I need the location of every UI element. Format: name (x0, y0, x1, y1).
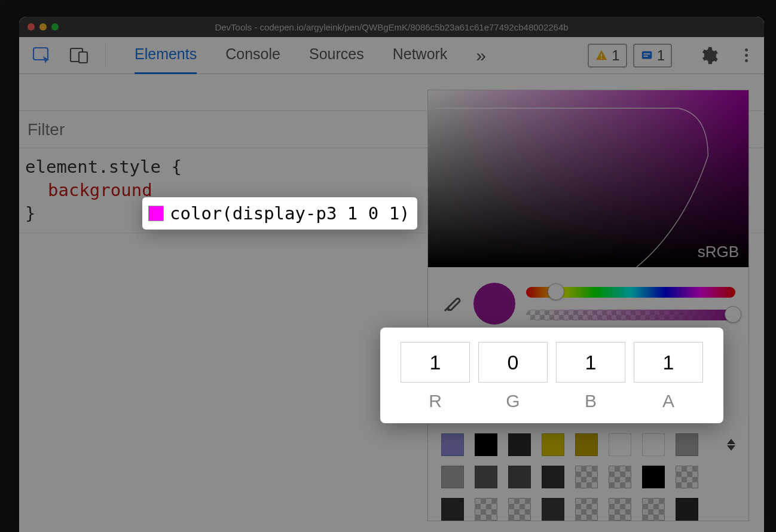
svg-rect-7 (643, 56, 647, 57)
minimize-window-button[interactable] (39, 23, 47, 30)
warnings-badge[interactable]: 1 (588, 44, 627, 68)
palette-swatch[interactable] (542, 433, 564, 456)
warnings-count: 1 (612, 47, 619, 64)
palette-swatch[interactable] (642, 466, 665, 488)
palette-swatch[interactable] (441, 466, 464, 488)
palette-swatch[interactable] (642, 433, 665, 456)
palette-swatch[interactable] (542, 498, 564, 521)
channel-b-label: B (556, 391, 625, 411)
palette-swatch[interactable] (609, 466, 631, 488)
color-channel-inputs: R G B A (380, 328, 723, 423)
palette-swatch[interactable] (441, 498, 464, 521)
svg-rect-2 (79, 52, 87, 63)
hue-slider-thumb[interactable] (548, 283, 564, 300)
issues-badge[interactable]: 1 (633, 44, 672, 68)
palette-swatch[interactable] (508, 466, 531, 488)
window-controls (28, 23, 59, 30)
close-window-button[interactable] (28, 23, 35, 30)
svg-rect-4 (601, 57, 602, 59)
gamut-boundary-line (428, 90, 748, 267)
inspect-element-icon[interactable] (31, 44, 54, 67)
gamut-label: sRGB (698, 243, 739, 261)
palette-swatch[interactable] (676, 498, 698, 521)
color-value-text[interactable]: color(display-p3 1 0 1) (170, 203, 410, 224)
palette-swatch[interactable] (508, 498, 531, 521)
palette-swatch[interactable] (475, 466, 497, 488)
color-swatch-icon[interactable] (148, 206, 164, 221)
palette-swatch[interactable] (676, 433, 698, 456)
color-palette (428, 420, 748, 521)
palette-stepper[interactable] (727, 439, 735, 451)
device-toggle-icon[interactable] (68, 44, 91, 67)
settings-gear-icon[interactable] (698, 45, 719, 66)
channel-g-label: G (478, 391, 548, 411)
current-color-swatch (473, 283, 515, 325)
channel-a-label: A (634, 391, 703, 411)
issues-count: 1 (657, 47, 665, 64)
window-title: DevTools - codepen.io/argyleink/pen/QWBg… (59, 22, 725, 32)
issue-icon (640, 49, 653, 62)
color-picker-panel: sRGB (427, 90, 749, 521)
palette-swatch[interactable] (575, 498, 598, 521)
palette-row (441, 498, 735, 521)
status-badges: 1 1 (588, 44, 672, 68)
titlebar: DevTools - codepen.io/argyleink/pen/QWBg… (19, 17, 764, 37)
svg-rect-6 (643, 53, 650, 54)
tabs-overflow-button[interactable]: » (476, 37, 486, 74)
color-field[interactable]: sRGB (428, 90, 748, 267)
channel-b-input[interactable] (556, 342, 625, 383)
palette-swatch[interactable] (575, 433, 598, 456)
warning-icon (595, 49, 608, 62)
channel-r-input[interactable] (401, 342, 470, 383)
devtools-toolbar: Elements Console Sources Network » 1 1 (19, 37, 764, 74)
tab-console[interactable]: Console (225, 37, 280, 74)
palette-swatch[interactable] (575, 466, 598, 488)
eyedropper-icon[interactable] (441, 293, 463, 314)
tab-elements[interactable]: Elements (135, 37, 197, 74)
palette-swatch[interactable] (441, 433, 464, 456)
palette-swatch[interactable] (508, 433, 531, 456)
alpha-slider[interactable] (526, 310, 735, 320)
color-value-editor[interactable]: color(display-p3 1 0 1) (142, 197, 417, 230)
tab-network[interactable]: Network (393, 37, 448, 74)
css-property-name[interactable]: background (48, 180, 152, 200)
palette-swatch[interactable] (642, 498, 665, 521)
tab-sources[interactable]: Sources (309, 37, 364, 74)
palette-swatch[interactable] (475, 498, 497, 521)
palette-swatch[interactable] (609, 498, 631, 521)
palette-row (441, 433, 735, 456)
alpha-slider-thumb[interactable] (725, 306, 741, 323)
svg-rect-3 (601, 54, 602, 57)
more-menu-button[interactable] (740, 48, 752, 62)
channel-r-label: R (401, 391, 470, 411)
channel-g-input[interactable] (478, 342, 548, 383)
palette-row (441, 466, 735, 488)
svg-rect-5 (641, 51, 652, 59)
panel-tabs: Elements Console Sources Network » (135, 37, 486, 74)
palette-swatch[interactable] (542, 466, 564, 488)
hue-slider[interactable] (526, 287, 735, 298)
palette-swatch[interactable] (475, 433, 497, 456)
channel-a-input[interactable] (634, 342, 703, 383)
palette-swatch[interactable] (609, 433, 631, 456)
zoom-window-button[interactable] (51, 23, 59, 30)
palette-swatch[interactable] (676, 466, 698, 488)
